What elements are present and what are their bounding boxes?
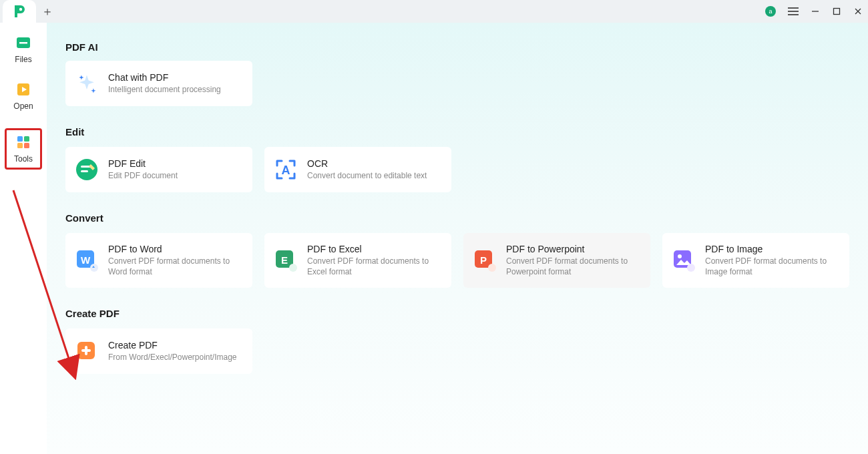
card-title: PDF to Word [108, 244, 243, 254]
card-chat-with-pdf[interactable]: Chat with PDF Intelligent document proce… [65, 61, 252, 106]
card-pdf-to-word[interactable]: W PDF to Word Convert PDF format documen… [65, 233, 252, 288]
svg-point-13 [76, 159, 97, 180]
files-icon [15, 35, 31, 51]
svg-point-25 [488, 264, 496, 272]
excel-icon: E [274, 248, 298, 272]
card-desc: Convert document to editable text [307, 170, 427, 181]
tools-icon [15, 134, 31, 150]
avatar[interactable]: a [765, 6, 776, 17]
svg-rect-6 [19, 42, 27, 44]
card-title: PDF to Powerpoint [506, 244, 641, 254]
section-heading-pdf-ai: PDF AI [65, 41, 849, 53]
card-title: Chat with PDF [108, 72, 221, 83]
svg-point-0 [19, 8, 22, 11]
sidebar-item-open[interactable]: Open [5, 81, 42, 111]
svg-point-27 [678, 254, 682, 258]
card-desc: Convert PDF format documents to Image fo… [705, 256, 840, 277]
svg-text:P: P [480, 254, 487, 266]
sidebar-item-tools[interactable]: Tools [5, 128, 42, 170]
svg-rect-15 [81, 170, 88, 172]
maximize-button[interactable] [832, 7, 841, 16]
word-icon: W [75, 248, 99, 272]
main-panel: PDF AI Chat with PDF Intelligent documen… [47, 23, 868, 454]
card-pdf-to-powerpoint[interactable]: P PDF to Powerpoint Convert PDF format d… [463, 233, 650, 288]
minimize-button[interactable] [811, 7, 820, 16]
svg-point-28 [687, 264, 695, 272]
app-logo-icon [12, 4, 27, 19]
svg-rect-12 [24, 143, 29, 148]
card-title: OCR [307, 158, 427, 169]
section-heading-convert: Convert [65, 212, 849, 224]
svg-rect-10 [24, 136, 29, 142]
sidebar-item-label: Tools [14, 154, 33, 164]
avatar-letter: a [769, 8, 772, 15]
svg-rect-2 [834, 9, 840, 15]
svg-rect-9 [17, 136, 23, 142]
card-title: PDF to Image [705, 244, 840, 254]
card-desc: From Word/Execl/Powerpoint/Image [108, 352, 237, 363]
card-title: Create PDF [108, 340, 237, 351]
card-pdf-to-image[interactable]: PDF to Image Convert PDF format document… [662, 233, 849, 288]
section-heading-edit: Edit [65, 126, 849, 138]
titlebar: ＋ a [0, 0, 868, 23]
create-pdf-icon [75, 339, 99, 363]
app-tab[interactable] [3, 0, 36, 23]
new-tab-button[interactable]: ＋ [36, 0, 59, 23]
card-pdf-edit[interactable]: PDF Edit Edit PDF document [65, 147, 252, 192]
card-ocr[interactable]: A OCR Convert document to editable text [264, 147, 451, 192]
image-icon [672, 248, 696, 272]
card-title: PDF to Excel [307, 244, 442, 254]
card-title: PDF Edit [108, 158, 178, 169]
window-controls: a [765, 0, 863, 23]
card-desc: Edit PDF document [108, 170, 178, 181]
card-desc: Convert PDF format documents to Powerpoi… [506, 256, 641, 277]
menu-icon[interactable] [788, 7, 799, 15]
svg-rect-31 [81, 349, 91, 352]
svg-text:E: E [281, 254, 288, 266]
card-desc: Convert PDF format documents to Excel fo… [307, 256, 442, 277]
sidebar-item-label: Files [15, 55, 31, 64]
close-button[interactable] [853, 7, 863, 16]
svg-point-22 [289, 264, 297, 272]
card-pdf-to-excel[interactable]: E PDF to Excel Convert PDF format docume… [264, 233, 451, 288]
card-desc: Convert PDF format documents to Word for… [108, 256, 243, 277]
svg-rect-11 [17, 143, 23, 148]
sidebar: Files Open Tools [0, 23, 47, 454]
powerpoint-icon: P [473, 248, 497, 272]
sparkle-icon [75, 71, 99, 95]
svg-text:A: A [282, 164, 290, 177]
sidebar-item-label: Open [13, 101, 33, 111]
card-create-pdf[interactable]: Create PDF From Word/Execl/Powerpoint/Im… [65, 328, 252, 374]
ocr-icon: A [274, 158, 298, 182]
pdf-edit-icon [75, 158, 99, 182]
card-desc: Intelligent document processing [108, 84, 221, 95]
svg-text:W: W [81, 254, 91, 266]
section-heading-create: Create PDF [65, 308, 849, 319]
sidebar-item-files[interactable]: Files [5, 35, 42, 64]
open-icon [15, 81, 31, 97]
